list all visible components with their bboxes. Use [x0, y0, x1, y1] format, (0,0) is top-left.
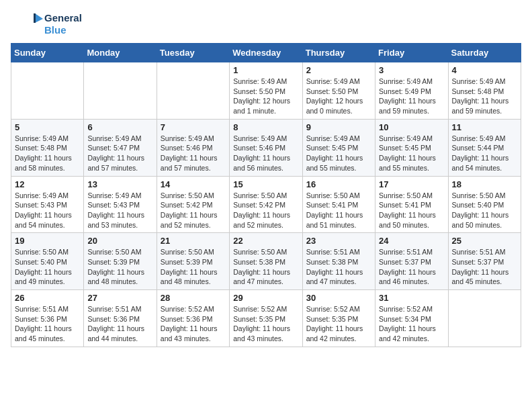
day-content: Sunrise: 5:52 AM Sunset: 5:35 PM Dayligh… — [306, 304, 371, 344]
day-number: 17 — [379, 179, 444, 189]
day-number: 30 — [306, 293, 371, 303]
day-number: 23 — [306, 236, 371, 246]
day-content: Sunrise: 5:50 AM Sunset: 5:38 PM Dayligh… — [233, 247, 298, 287]
day-number: 2 — [306, 65, 371, 75]
day-number: 1 — [233, 65, 298, 75]
day-content: Sunrise: 5:49 AM Sunset: 5:43 PM Dayligh… — [15, 191, 80, 230]
calendar-cell: 13Sunrise: 5:49 AM Sunset: 5:43 PM Dayli… — [84, 176, 157, 233]
day-content: Sunrise: 5:51 AM Sunset: 5:37 PM Dayligh… — [379, 247, 444, 287]
calendar-week-1: 1Sunrise: 5:49 AM Sunset: 5:50 PM Daylig… — [11, 62, 521, 120]
day-number: 8 — [233, 122, 298, 132]
calendar-week-4: 19Sunrise: 5:50 AM Sunset: 5:40 PM Dayli… — [11, 233, 521, 290]
day-content: Sunrise: 5:49 AM Sunset: 5:46 PM Dayligh… — [161, 134, 226, 173]
day-number: 4 — [452, 65, 517, 75]
day-content: Sunrise: 5:49 AM Sunset: 5:44 PM Dayligh… — [452, 134, 517, 173]
calendar-cell: 10Sunrise: 5:49 AM Sunset: 5:45 PM Dayli… — [375, 119, 448, 176]
day-number: 20 — [87, 236, 152, 246]
day-content: Sunrise: 5:49 AM Sunset: 5:49 PM Dayligh… — [379, 77, 444, 116]
calendar-cell — [448, 290, 521, 347]
day-content: Sunrise: 5:49 AM Sunset: 5:50 PM Dayligh… — [306, 77, 371, 116]
calendar-cell: 30Sunrise: 5:52 AM Sunset: 5:35 PM Dayli… — [302, 290, 375, 347]
logo-svg — [11, 11, 44, 38]
header-saturday: Saturday — [448, 44, 521, 62]
day-number: 26 — [15, 293, 80, 303]
calendar-cell: 24Sunrise: 5:51 AM Sunset: 5:37 PM Dayli… — [375, 233, 448, 290]
day-content: Sunrise: 5:52 AM Sunset: 5:36 PM Dayligh… — [161, 304, 226, 344]
calendar-table: SundayMondayTuesdayWednesdayThursdayFrid… — [11, 43, 521, 347]
calendar-cell: 19Sunrise: 5:50 AM Sunset: 5:40 PM Dayli… — [11, 233, 84, 290]
calendar-cell: 21Sunrise: 5:50 AM Sunset: 5:39 PM Dayli… — [157, 233, 229, 290]
day-content: Sunrise: 5:50 AM Sunset: 5:40 PM Dayligh… — [452, 191, 517, 230]
day-content: Sunrise: 5:49 AM Sunset: 5:43 PM Dayligh… — [87, 191, 152, 230]
day-number: 15 — [233, 179, 298, 189]
calendar-cell: 1Sunrise: 5:49 AM Sunset: 5:50 PM Daylig… — [230, 62, 302, 120]
day-content: Sunrise: 5:50 AM Sunset: 5:41 PM Dayligh… — [306, 191, 371, 230]
day-content: Sunrise: 5:50 AM Sunset: 5:41 PM Dayligh… — [379, 191, 444, 230]
day-content: Sunrise: 5:49 AM Sunset: 5:45 PM Dayligh… — [306, 134, 371, 173]
day-number: 3 — [379, 65, 444, 75]
day-number: 14 — [161, 179, 226, 189]
day-content: Sunrise: 5:51 AM Sunset: 5:36 PM Dayligh… — [87, 304, 152, 344]
header-thursday: Thursday — [302, 44, 375, 62]
day-number: 11 — [452, 122, 517, 132]
calendar-cell: 5Sunrise: 5:49 AM Sunset: 5:48 PM Daylig… — [11, 119, 84, 176]
calendar-cell: 17Sunrise: 5:50 AM Sunset: 5:41 PM Dayli… — [375, 176, 448, 233]
day-number: 27 — [87, 293, 152, 303]
calendar-cell — [157, 62, 229, 120]
calendar-week-3: 12Sunrise: 5:49 AM Sunset: 5:43 PM Dayli… — [11, 176, 521, 233]
header-sunday: Sunday — [11, 44, 84, 62]
calendar-cell: 31Sunrise: 5:52 AM Sunset: 5:34 PM Dayli… — [375, 290, 448, 347]
day-content: Sunrise: 5:50 AM Sunset: 5:39 PM Dayligh… — [161, 247, 226, 287]
calendar-cell: 27Sunrise: 5:51 AM Sunset: 5:36 PM Dayli… — [84, 290, 157, 347]
day-number: 21 — [161, 236, 226, 246]
day-number: 25 — [452, 236, 517, 246]
day-number: 7 — [161, 122, 226, 132]
day-number: 22 — [233, 236, 298, 246]
day-number: 13 — [87, 179, 152, 189]
day-content: Sunrise: 5:49 AM Sunset: 5:48 PM Dayligh… — [15, 134, 80, 173]
header-tuesday: Tuesday — [157, 44, 229, 62]
calendar-week-2: 5Sunrise: 5:49 AM Sunset: 5:48 PM Daylig… — [11, 119, 521, 176]
calendar-cell: 11Sunrise: 5:49 AM Sunset: 5:44 PM Dayli… — [448, 119, 521, 176]
page-header: GeneralBlue — [11, 11, 521, 38]
day-content: Sunrise: 5:49 AM Sunset: 5:46 PM Dayligh… — [233, 134, 298, 173]
day-content: Sunrise: 5:52 AM Sunset: 5:34 PM Dayligh… — [379, 304, 444, 344]
day-content: Sunrise: 5:50 AM Sunset: 5:42 PM Dayligh… — [161, 191, 226, 230]
day-content: Sunrise: 5:50 AM Sunset: 5:40 PM Dayligh… — [15, 247, 80, 287]
day-number: 6 — [87, 122, 152, 132]
day-content: Sunrise: 5:51 AM Sunset: 5:38 PM Dayligh… — [306, 247, 371, 287]
day-number: 9 — [306, 122, 371, 132]
calendar-cell: 20Sunrise: 5:50 AM Sunset: 5:39 PM Dayli… — [84, 233, 157, 290]
calendar-cell: 28Sunrise: 5:52 AM Sunset: 5:36 PM Dayli… — [157, 290, 229, 347]
day-number: 31 — [379, 293, 444, 303]
calendar-cell: 23Sunrise: 5:51 AM Sunset: 5:38 PM Dayli… — [302, 233, 375, 290]
day-content: Sunrise: 5:51 AM Sunset: 5:37 PM Dayligh… — [452, 247, 517, 287]
calendar-cell: 29Sunrise: 5:52 AM Sunset: 5:35 PM Dayli… — [230, 290, 302, 347]
calendar-week-5: 26Sunrise: 5:51 AM Sunset: 5:36 PM Dayli… — [11, 290, 521, 347]
calendar-cell — [11, 62, 84, 120]
day-content: Sunrise: 5:49 AM Sunset: 5:48 PM Dayligh… — [452, 77, 517, 116]
day-number: 10 — [379, 122, 444, 132]
day-number: 24 — [379, 236, 444, 246]
day-number: 18 — [452, 179, 517, 189]
calendar-cell: 26Sunrise: 5:51 AM Sunset: 5:36 PM Dayli… — [11, 290, 84, 347]
calendar-cell: 9Sunrise: 5:49 AM Sunset: 5:45 PM Daylig… — [302, 119, 375, 176]
day-number: 19 — [15, 236, 80, 246]
calendar-cell: 8Sunrise: 5:49 AM Sunset: 5:46 PM Daylig… — [230, 119, 302, 176]
calendar-cell: 15Sunrise: 5:50 AM Sunset: 5:42 PM Dayli… — [230, 176, 302, 233]
day-content: Sunrise: 5:50 AM Sunset: 5:39 PM Dayligh… — [87, 247, 152, 287]
day-number: 16 — [306, 179, 371, 189]
calendar-cell: 14Sunrise: 5:50 AM Sunset: 5:42 PM Dayli… — [157, 176, 229, 233]
calendar-cell: 7Sunrise: 5:49 AM Sunset: 5:46 PM Daylig… — [157, 119, 229, 176]
day-content: Sunrise: 5:49 AM Sunset: 5:50 PM Dayligh… — [233, 77, 298, 116]
day-content: Sunrise: 5:52 AM Sunset: 5:35 PM Dayligh… — [233, 304, 298, 344]
logo: GeneralBlue — [11, 11, 82, 38]
day-number: 5 — [15, 122, 80, 132]
header-friday: Friday — [375, 44, 448, 62]
day-content: Sunrise: 5:49 AM Sunset: 5:47 PM Dayligh… — [87, 134, 152, 173]
day-content: Sunrise: 5:49 AM Sunset: 5:45 PM Dayligh… — [379, 134, 444, 173]
day-number: 28 — [161, 293, 226, 303]
day-number: 29 — [233, 293, 298, 303]
logo-blue: Blue — [44, 24, 82, 36]
logo-general: General — [44, 12, 82, 24]
